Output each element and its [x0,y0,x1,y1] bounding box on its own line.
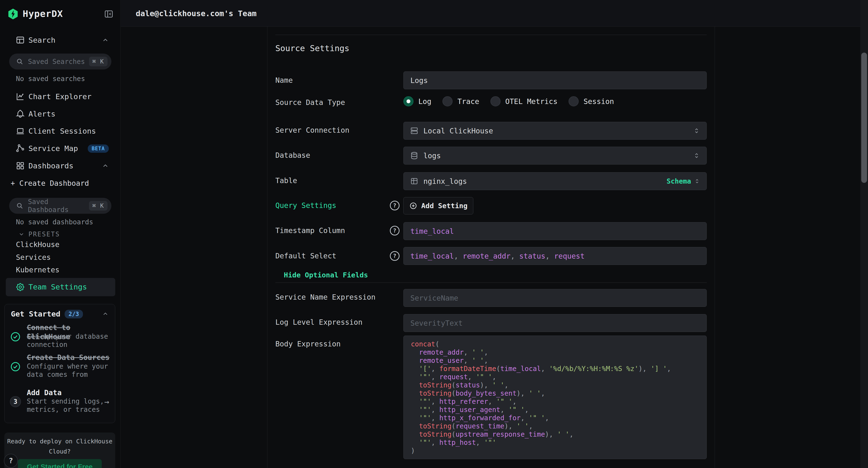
page-title: Source Settings [275,43,349,53]
dashboards-icon [16,161,25,171]
sidebar: HyperDX Search Saved Searches ⌘ K No sav… [0,0,121,468]
saved-searches-input[interactable]: Saved Searches ⌘ K [9,54,112,69]
gear-icon [16,282,25,292]
table-icon [410,177,418,185]
cloud-promo-text: Ready to deploy on ClickHouse Cloud? [7,436,113,457]
section-divider [275,283,707,283]
sidebar-item-label: Service Map [28,144,78,153]
saved-dashboards-input[interactable]: Saved Dashboards ⌘ K [9,198,112,214]
sidebar-item-client-sessions[interactable]: Client Sessions [0,125,121,137]
step-desc-connect: Set up your database connection [27,332,111,349]
default-select-input[interactable]: time_local, remote_addr, status, request [403,247,707,265]
log-level-expression-label: Log Level Expression [275,318,379,327]
get-started-card: Get Started2/3 Connect to ClickHouse Set… [4,304,115,423]
topbar: dale@clickhouse.com's Team [121,0,868,27]
sidebar-item-search[interactable]: Search [0,34,121,46]
source-data-type-label: Source Data Type [275,98,379,107]
radio-icon [490,96,500,107]
chevron-up-icon [102,36,109,43]
body-expression-label: Body Expression [275,339,379,349]
radio-session[interactable]: Session [568,96,614,107]
check-circle-icon [10,361,21,372]
log-level-expression-input[interactable] [403,314,707,332]
sidebar-item-team-settings[interactable]: Team Settings [6,278,115,296]
service-map-icon [16,144,25,153]
default-select-label: Default Select [275,251,379,261]
chevron-updown-icon [694,178,700,184]
sidebar-item-label: Search [28,36,56,45]
server-connection-select[interactable]: Local ClickHouse [403,122,707,140]
sidebar-item-label: Alerts [28,110,56,118]
get-started-free-button[interactable]: Get Started for Free [18,459,102,468]
section-divider [275,35,707,35]
hide-optional-fields-link[interactable]: Hide Optional Fields [284,271,368,279]
name-input[interactable] [403,71,707,89]
step-desc-sources: Configure where your data comes from [27,362,111,379]
sidebar-item-kubernetes[interactable]: Kubernetes [16,266,112,274]
radio-selected-icon [403,96,413,107]
sidebar-item-service-map[interactable]: Service Map BETA [0,142,121,155]
hyperdx-app: HyperDX Search Saved Searches ⌘ K No sav… [0,0,868,468]
radio-log[interactable]: Log [403,96,431,107]
radio-icon [568,96,579,107]
search-section-icon [16,35,25,45]
schema-button[interactable]: Schema [667,177,691,185]
progress-badge: 2/3 [65,310,83,318]
presets-label: PRESETS [28,231,60,238]
create-dashboard-button[interactable]: + Create Dashboard [10,179,112,187]
sidebar-item-label: Team Settings [28,283,87,291]
chevron-up-icon [102,311,109,317]
server-icon [410,126,418,135]
table-input[interactable]: nginx_logs Schema [403,172,707,190]
search-icon [16,202,24,210]
sidebar-collapse-icon[interactable] [104,9,114,19]
plus-circle-icon [409,202,417,210]
step-title-sources[interactable]: Create Data Sources [27,353,110,362]
saved-searches-empty: No saved searches [16,75,117,83]
chart-explorer-icon [16,92,25,101]
get-started-header[interactable]: Get Started2/3 [11,310,109,319]
chevron-up-icon [102,162,109,169]
cloud-promo-card: Ready to deploy on ClickHouse Cloud? Get… [4,433,115,468]
step-desc-add-data: Start sending logs, metrics, or traces [27,397,111,414]
scrollbar-track[interactable] [860,0,868,468]
question-icon[interactable]: ? [390,226,400,235]
scrollbar-thumb[interactable] [861,53,867,183]
chevron-updown-icon [693,152,700,159]
kbd-shortcut-badge: ⌘ K [89,57,107,66]
sidebar-item-dashboards[interactable]: Dashboards [0,159,121,172]
sidebar-item-clickhouse[interactable]: ClickHouse [16,240,112,249]
database-value: logs [424,151,441,160]
check-circle-icon [10,331,21,342]
timestamp-column-input[interactable] [403,222,707,240]
help-button[interactable]: ? [4,454,18,468]
sidebar-item-chart-explorer[interactable]: Chart Explorer [0,90,121,103]
source-settings-panel: Source Settings Name Source Data Type Lo… [267,27,715,468]
add-setting-button[interactable]: Add Setting [403,197,473,214]
radio-trace[interactable]: Trace [442,96,479,107]
sidebar-item-alerts[interactable]: Alerts [0,108,121,120]
server-connection-label: Server Connection [275,125,379,135]
team-title: dale@clickhouse.com's Team [136,9,256,18]
beta-badge: BETA [88,145,109,153]
question-icon[interactable]: ? [390,251,400,261]
radio-otel-metrics[interactable]: OTEL Metrics [490,96,558,107]
arrow-right-icon[interactable]: → [104,397,109,407]
body-expression-editor[interactable]: concat( remote_addr, ' ', remote_user, '… [403,335,707,459]
step-title-add-data[interactable]: Add Data [27,388,62,397]
get-started-title: Get Started [11,310,60,318]
kbd-shortcut-badge: ⌘ K [89,201,107,211]
source-data-type-radio-group: Log Trace OTEL Metrics Session [403,96,614,107]
chevron-updown-icon [693,127,700,135]
saved-dashboards-placeholder: Saved Dashboards [28,198,89,214]
question-icon[interactable]: ? [390,201,400,210]
presets-toggle[interactable]: PRESETS [0,229,121,239]
database-select[interactable]: logs [403,147,707,165]
table-label: Table [275,176,379,185]
server-connection-value: Local ClickHouse [424,127,493,135]
sidebar-item-services[interactable]: Services [16,253,112,262]
service-name-expression-input[interactable] [403,289,707,307]
saved-searches-placeholder: Saved Searches [28,58,89,66]
bell-icon [16,109,25,119]
hyperdx-logo-icon [8,8,18,20]
